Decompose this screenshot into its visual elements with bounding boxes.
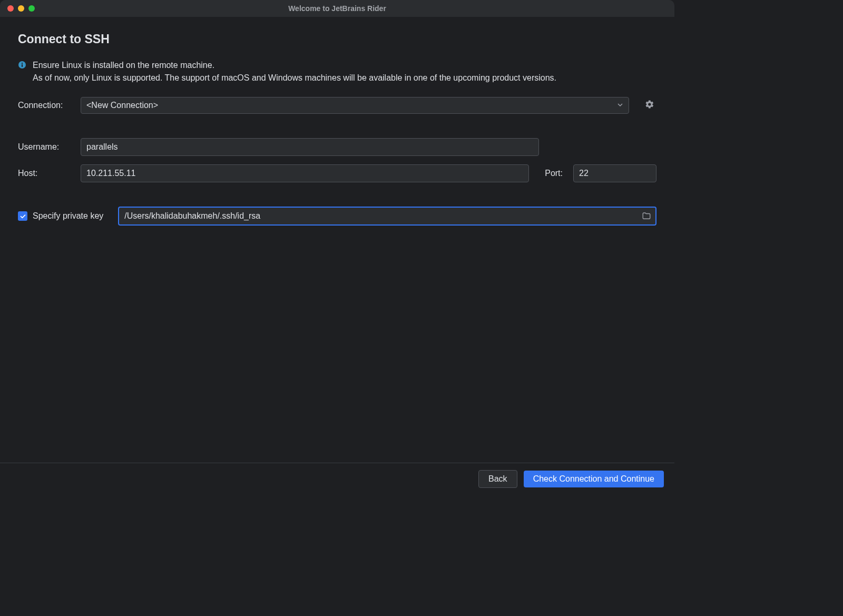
username-row: Username: (18, 138, 656, 156)
host-row: Host: Port: (18, 164, 656, 182)
username-label: Username: (18, 142, 73, 152)
private-key-input-wrap (118, 207, 656, 226)
footer: Back Check Connection and Continue (0, 463, 674, 494)
connection-settings-button[interactable] (643, 99, 656, 112)
info-icon (18, 61, 26, 69)
specify-private-key-checkbox[interactable] (18, 211, 27, 221)
connection-label: Connection: (18, 101, 73, 110)
info-line-2: As of now, only Linux is supported. The … (33, 73, 556, 82)
back-button[interactable]: Back (478, 470, 517, 488)
maximize-window-button[interactable] (28, 5, 35, 12)
page-title: Connect to SSH (18, 32, 656, 46)
minimize-window-button[interactable] (18, 5, 24, 12)
host-input[interactable] (81, 164, 529, 182)
info-text: Ensure Linux is installed on the remote … (33, 59, 556, 84)
info-banner: Ensure Linux is installed on the remote … (18, 59, 656, 84)
host-label: Host: (18, 169, 73, 178)
username-input[interactable] (81, 138, 539, 156)
connection-row: Connection: <New Connection> (18, 97, 656, 114)
check-icon (19, 213, 26, 220)
content-area: Connect to SSH Ensure Linux is installed… (0, 17, 674, 226)
traffic-lights (0, 5, 35, 12)
port-label: Port: (545, 169, 563, 178)
check-connection-and-continue-button[interactable]: Check Connection and Continue (524, 471, 664, 487)
specify-private-key-label: Specify private key (33, 211, 103, 221)
private-key-row: Specify private key (18, 207, 656, 226)
connection-value: <New Connection> (86, 101, 158, 110)
connection-dropdown[interactable]: <New Connection> (81, 97, 629, 114)
port-input[interactable] (573, 164, 656, 182)
folder-icon (642, 211, 651, 221)
browse-folder-button[interactable] (642, 211, 651, 221)
close-window-button[interactable] (7, 5, 14, 12)
private-key-path-input[interactable] (118, 207, 656, 226)
info-line-1: Ensure Linux is installed on the remote … (33, 61, 214, 70)
gear-icon (645, 100, 654, 111)
svg-rect-2 (22, 63, 23, 64)
svg-rect-1 (22, 64, 23, 67)
window-title: Welcome to JetBrains Rider (0, 4, 674, 13)
titlebar: Welcome to JetBrains Rider (0, 0, 674, 17)
chevron-down-icon (617, 101, 623, 110)
